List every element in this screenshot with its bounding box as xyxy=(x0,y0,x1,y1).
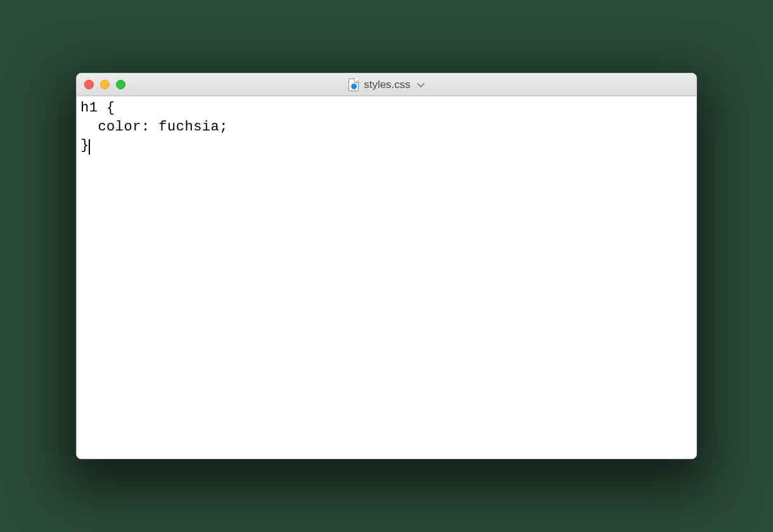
minimize-button[interactable] xyxy=(100,80,110,89)
titlebar[interactable]: styles.css xyxy=(77,73,696,96)
css-badge-icon xyxy=(351,84,357,89)
code-line-1: h1 { xyxy=(80,100,115,116)
title-area[interactable]: styles.css xyxy=(348,79,425,91)
text-editor[interactable]: h1 { color: fuchsia; } xyxy=(77,96,696,459)
code-line-2: color: fuchsia; xyxy=(80,119,228,135)
editor-window: styles.css h1 { color: fuchsia; } xyxy=(76,73,697,459)
chevron-down-icon[interactable] xyxy=(417,80,425,90)
close-button[interactable] xyxy=(84,80,94,89)
text-cursor xyxy=(89,139,90,155)
traffic-lights xyxy=(84,80,125,89)
code-line-3: } xyxy=(80,137,89,153)
maximize-button[interactable] xyxy=(116,80,125,89)
window-title: styles.css xyxy=(364,79,411,91)
file-icon xyxy=(348,79,359,91)
